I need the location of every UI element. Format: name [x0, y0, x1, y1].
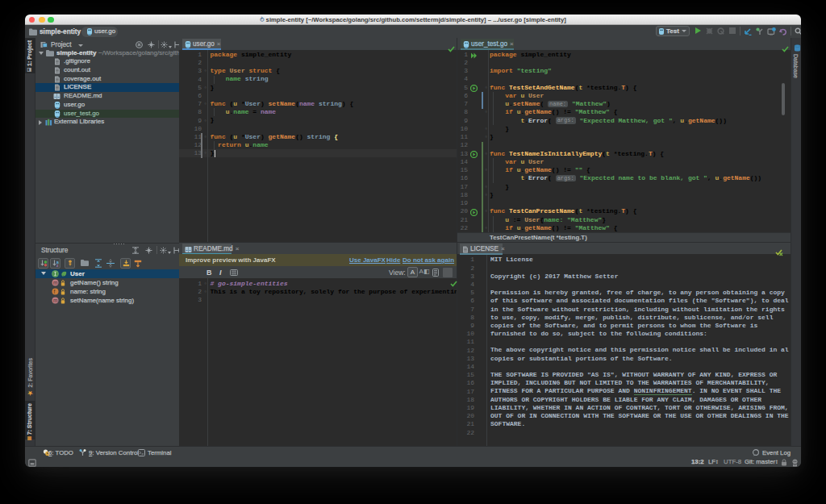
- svg-text:f: f: [53, 289, 55, 294]
- svg-text:m: m: [53, 298, 57, 303]
- svg-text:z: z: [56, 263, 58, 267]
- svg-text:m: m: [53, 280, 57, 285]
